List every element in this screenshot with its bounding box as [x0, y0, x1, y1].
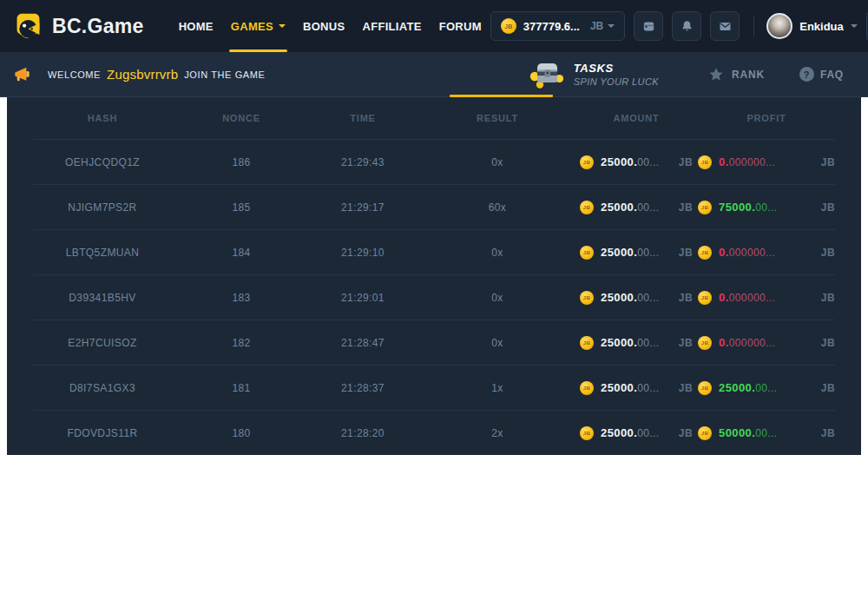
user-menu[interactable]: Enkidua: [766, 13, 858, 39]
megaphone-icon: [12, 64, 32, 84]
treasure-chest-icon: [529, 59, 565, 90]
bet-time: 21:28:37: [311, 382, 415, 394]
bet-result: 0x: [415, 156, 580, 168]
bet-row[interactable]: D8I7SA1GX3 181 21:28:37 1x JB 25000.00..…: [33, 365, 835, 410]
bet-row[interactable]: E2H7CUISOZ 182 21:28:47 0x JB 25000.00..…: [33, 320, 835, 365]
nav-games-label: GAMES: [231, 20, 273, 33]
profit-value: 25000.00...: [719, 381, 816, 394]
rank-label: RANK: [732, 69, 765, 81]
bet-profit: JB 0.000000... JB: [693, 246, 835, 260]
navbar-divider: [753, 16, 754, 36]
coin-icon: JB: [698, 201, 712, 214]
navbar-right: JB 377779.6... JB: [490, 10, 868, 42]
header-hash: HASH: [33, 113, 172, 123]
bet-amount: JB 25000.00... JB: [580, 201, 693, 214]
bet-hash: D8I7SA1GX3: [33, 382, 172, 394]
nav-bonus[interactable]: BONUS: [294, 0, 353, 52]
bet-hash: OEHJCQDQ1Z: [33, 156, 172, 168]
bet-hash: NJIGM7PS2R: [33, 201, 172, 214]
header-profit: PROFIT: [693, 113, 835, 123]
nav-forum[interactable]: FORUM: [431, 0, 490, 52]
profit-value: 0.000000...: [719, 336, 816, 349]
amount-currency: JB: [679, 292, 693, 304]
banner-right: TASKS SPIN YOUR LUCK RANK ? FAQ: [529, 59, 844, 90]
profit-currency: JB: [821, 292, 835, 304]
bet-nonce: 181: [172, 382, 311, 394]
profit-value: 75000.00...: [719, 201, 816, 214]
bet-time: 21:29:01: [311, 292, 415, 304]
bet-row[interactable]: LBTQ5ZMUAN 184 21:29:10 0x JB 25000.00..…: [33, 229, 835, 274]
notifications-button[interactable]: [672, 11, 701, 41]
avatar: [766, 13, 792, 39]
bet-hash: FDOVDJS11R: [33, 427, 172, 439]
bet-row[interactable]: FDOVDJS11R 180 21:28:20 2x JB 25000.00..…: [33, 410, 835, 455]
profit-value: 0.000000...: [719, 246, 816, 259]
bet-result: 0x: [415, 247, 580, 259]
profit-currency: JB: [821, 427, 835, 439]
bet-hash: E2H7CUISOZ: [33, 337, 172, 349]
tasks-widget[interactable]: TASKS SPIN YOUR LUCK: [529, 59, 659, 90]
amount-currency: JB: [679, 427, 693, 439]
bet-row[interactable]: D39341B5HV 183 21:29:01 0x JB 25000.00..…: [33, 274, 835, 320]
profit-currency: JB: [821, 337, 835, 349]
bet-nonce: 184: [172, 247, 311, 259]
bet-amount: JB 25000.00... JB: [580, 336, 693, 350]
wallet-button[interactable]: [634, 11, 663, 41]
bet-nonce: 180: [172, 427, 311, 439]
coin-icon: JB: [580, 201, 594, 214]
bet-profit: JB 0.000000... JB: [693, 336, 835, 350]
faq-button[interactable]: ? FAQ: [799, 67, 844, 82]
tasks-subtitle: SPIN YOUR LUCK: [574, 76, 659, 87]
messages-button[interactable]: [710, 11, 740, 41]
question-icon: ?: [799, 67, 814, 82]
bet-profit: JB 50000.00... JB: [693, 426, 835, 440]
bet-result: 60x: [415, 201, 580, 214]
coin-icon: JB: [698, 155, 712, 169]
faq-label: FAQ: [820, 69, 844, 81]
welcome-username: Zugsbvrrvrb: [107, 67, 178, 82]
bet-amount: JB 25000.00... JB: [580, 246, 693, 260]
coin-icon: JB: [698, 426, 712, 440]
amount-currency: JB: [679, 382, 693, 394]
chevron-down-icon: [851, 24, 858, 28]
bet-time: 21:29:17: [311, 201, 415, 214]
nav-affiliate[interactable]: AFFILIATE: [353, 0, 430, 52]
profit-currency: JB: [821, 201, 835, 214]
jb-coin-icon: JB: [501, 18, 516, 34]
bet-profit: JB 25000.00... JB: [693, 381, 835, 395]
bet-nonce: 186: [172, 156, 311, 168]
bcgame-logo[interactable]: BC.Game: [12, 10, 144, 43]
nav-home[interactable]: HOME: [170, 0, 222, 52]
bet-amount: JB 25000.00... JB: [580, 426, 693, 440]
balance-amount: 377779.6...: [523, 20, 580, 33]
wallet-icon: [641, 19, 656, 34]
coin-icon: JB: [580, 381, 594, 395]
mail-icon: [718, 19, 733, 34]
bcgame-logo-icon: [12, 10, 44, 43]
balance-selector[interactable]: JB 377779.6... JB: [490, 11, 625, 41]
bet-time: 21:28:47: [311, 337, 415, 349]
header-result: RESULT: [415, 113, 580, 123]
chevron-down-icon: [279, 24, 286, 28]
bet-hash: D39341B5HV: [33, 292, 172, 304]
logo-text: BC.Game: [52, 15, 144, 38]
amount-currency: JB: [679, 337, 693, 349]
bet-amount: JB 25000.00... JB: [580, 155, 693, 169]
rank-button[interactable]: RANK: [707, 66, 765, 83]
bet-profit: JB 0.000000... JB: [693, 155, 835, 169]
balance-currency-label: JB: [590, 20, 603, 32]
coin-icon: JB: [580, 246, 594, 260]
coin-icon: JB: [698, 336, 712, 350]
chevron-down-icon: [608, 24, 615, 28]
bet-time: 21:28:20: [311, 427, 415, 439]
profit-value: 0.000000...: [719, 291, 816, 304]
bet-row[interactable]: NJIGM7PS2R 185 21:29:17 60x JB 25000.00.…: [33, 184, 835, 229]
coin-icon: JB: [698, 381, 712, 395]
nav-games[interactable]: GAMES: [222, 0, 294, 52]
bet-hash: LBTQ5ZMUAN: [33, 247, 172, 259]
tasks-title: TASKS: [574, 62, 659, 75]
profit-currency: JB: [821, 156, 835, 168]
coin-icon: JB: [580, 426, 594, 440]
bet-row[interactable]: OEHJCQDQ1Z 186 21:29:43 0x JB 25000.00..…: [33, 139, 835, 184]
coin-icon: JB: [580, 291, 594, 305]
